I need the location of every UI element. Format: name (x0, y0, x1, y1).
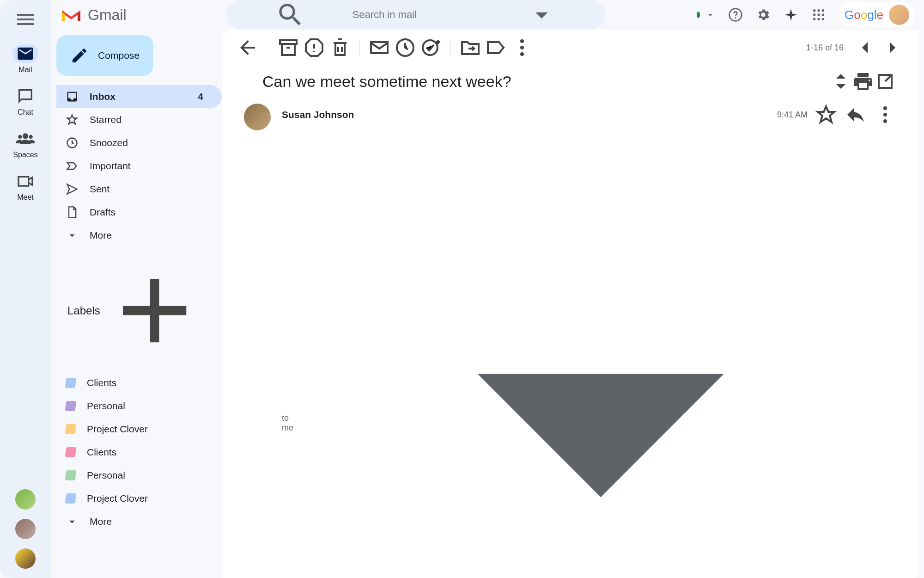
label-project-clover-1[interactable]: Project Clover (56, 418, 222, 441)
message: Susan Johnson 9:41 AM to me Dear Ann, (222, 104, 918, 578)
gmail-logo[interactable]: Gmail (60, 6, 217, 24)
important-icon (66, 160, 79, 172)
pencil-icon (70, 46, 89, 65)
star-message-button[interactable] (815, 104, 837, 126)
reply-button[interactable] (845, 104, 867, 126)
send-icon (66, 183, 79, 196)
inbox-count: 4 (198, 91, 203, 102)
rail-chat-label: Chat (18, 108, 33, 117)
status-indicator[interactable] (697, 10, 715, 20)
rail-spaces[interactable]: Spaces (12, 129, 38, 159)
add-to-tasks-button[interactable] (420, 37, 442, 59)
labels-button[interactable] (485, 37, 507, 59)
svg-point-1 (817, 9, 820, 12)
settings-button[interactable] (756, 7, 771, 22)
folder-sent[interactable]: Sent (56, 178, 222, 201)
svg-point-13 (520, 46, 524, 49)
collapse-button[interactable] (830, 70, 852, 92)
folder-important[interactable]: Important (56, 154, 222, 178)
back-button[interactable] (237, 37, 259, 59)
label-swatch (65, 401, 76, 411)
main-menu-button[interactable] (14, 8, 36, 31)
chat-avatar-3[interactable] (15, 548, 36, 569)
report-spam-button[interactable] (303, 37, 325, 59)
svg-point-16 (883, 113, 887, 117)
label-personal-1[interactable]: Personal (56, 394, 222, 418)
user-avatar (889, 5, 909, 25)
search-options-icon[interactable] (489, 0, 595, 30)
label-name: Personal (87, 400, 125, 412)
gemini-button[interactable] (784, 7, 798, 22)
archive-button[interactable] (277, 37, 299, 59)
newer-button[interactable] (854, 37, 876, 59)
chevron-down-icon (305, 128, 896, 578)
svg-point-8 (822, 18, 824, 20)
labels-more[interactable]: More (56, 510, 222, 533)
google-account[interactable]: Google (839, 2, 915, 28)
add-label-button[interactable] (100, 256, 209, 365)
chat-avatar-2[interactable] (15, 519, 36, 539)
compose-button[interactable]: Compose (56, 35, 153, 76)
label-clients-1[interactable]: Clients (56, 371, 222, 394)
rail-chat[interactable]: Chat (12, 87, 38, 117)
sidebar: Compose Inbox 4 Starred Snoozed I (51, 30, 222, 578)
svg-point-4 (817, 13, 820, 16)
chevron-down-icon (705, 10, 715, 20)
left-rail: Mail Chat Spaces Meet (0, 0, 51, 578)
sender-avatar[interactable] (244, 104, 271, 130)
older-button[interactable] (881, 37, 904, 59)
sender-name[interactable]: Susan Johnson (282, 109, 354, 120)
folder-label: Important (90, 160, 131, 172)
search-input[interactable] (353, 9, 480, 21)
google-logo-text: Google (845, 8, 883, 22)
folder-label: Snoozed (90, 137, 128, 148)
folder-label: More (90, 230, 112, 241)
chevron-down-icon (66, 515, 79, 528)
folder-drafts[interactable]: Drafts (56, 201, 222, 224)
label-project-clover-2[interactable]: Project Clover (56, 487, 222, 510)
header: Gmail (51, 0, 924, 30)
svg-point-14 (520, 52, 524, 56)
inbox-icon (66, 90, 79, 103)
label-name: Clients (87, 377, 116, 388)
label-clients-2[interactable]: Clients (56, 441, 222, 464)
folder-label: Drafts (90, 207, 116, 218)
label-swatch (65, 493, 76, 504)
svg-point-6 (813, 18, 815, 20)
label-personal-2[interactable]: Personal (56, 464, 222, 487)
support-button[interactable] (728, 7, 743, 22)
svg-point-0 (813, 9, 815, 12)
recipient-line[interactable]: to me (282, 128, 896, 578)
folder-label: Starred (90, 114, 122, 125)
svg-point-17 (883, 119, 887, 123)
content-pane: 1-16 of 16 Can we meet sometime next wee… (222, 30, 918, 578)
print-button[interactable] (852, 70, 874, 92)
label-name: Project Clover (87, 493, 148, 504)
toolbar: 1-16 of 16 (222, 30, 918, 66)
gmail-text: Gmail (88, 6, 127, 24)
label-name: More (90, 516, 112, 527)
apps-button[interactable] (811, 7, 826, 22)
label-swatch (65, 424, 76, 434)
move-to-button[interactable] (459, 37, 481, 59)
message-more-button[interactable] (874, 104, 896, 126)
svg-point-12 (520, 39, 524, 43)
rail-meet-label: Meet (17, 193, 34, 202)
svg-point-2 (822, 9, 824, 12)
rail-mail[interactable]: Mail (12, 44, 38, 74)
folder-starred[interactable]: Starred (56, 108, 222, 131)
folder-snoozed[interactable]: Snoozed (56, 131, 222, 154)
mark-unread-button[interactable] (368, 37, 390, 59)
more-actions-button[interactable] (511, 37, 533, 59)
label-swatch (65, 447, 76, 457)
folder-more[interactable]: More (56, 224, 222, 247)
rail-mail-label: Mail (18, 66, 32, 74)
rail-meet[interactable]: Meet (12, 172, 38, 202)
search-icon (237, 0, 343, 30)
open-new-window-button[interactable] (874, 70, 896, 92)
delete-button[interactable] (329, 37, 351, 59)
snooze-button[interactable] (394, 37, 416, 59)
chat-avatar-1[interactable] (15, 489, 36, 510)
folder-inbox[interactable]: Inbox 4 (56, 85, 222, 108)
search-bar[interactable] (226, 0, 605, 30)
